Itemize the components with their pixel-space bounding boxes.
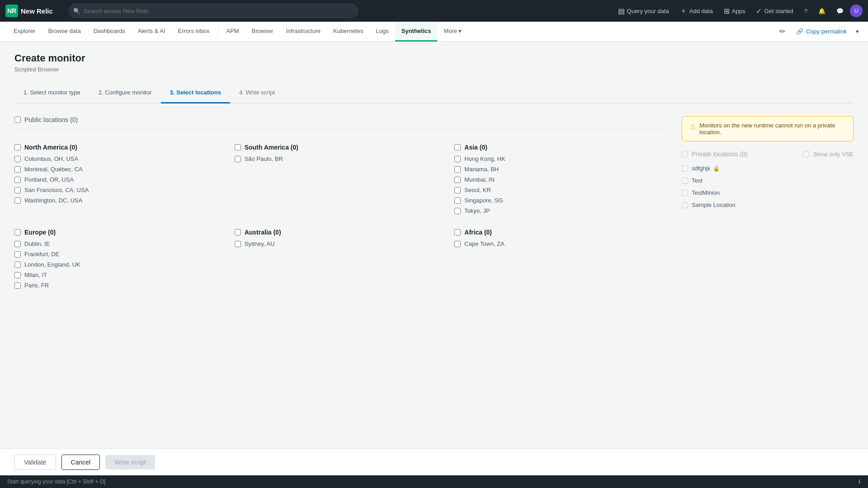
private-notice: ⚠ Monitors on the new runtime cannot run… — [682, 116, 854, 141]
checkbox-portland[interactable] — [14, 177, 21, 183]
asia-checkbox[interactable] — [454, 144, 461, 150]
sidebar-item-synthetics[interactable]: Synthetics — [395, 22, 438, 42]
show-vse-checkbox — [803, 151, 809, 157]
notifications-button[interactable]: 🔔 — [814, 5, 830, 17]
location-portland[interactable]: Portland, OR, USA — [24, 176, 74, 183]
private-location-test: Test — [692, 177, 703, 184]
page-subtitle: Scripted Browser — [14, 66, 854, 73]
add-data-button[interactable]: ＋ Add data — [675, 4, 717, 19]
sidebar-item-browse-data[interactable]: Browse data — [42, 22, 87, 42]
feedback-button[interactable]: 💬 — [832, 5, 848, 17]
checkbox-cape-town[interactable] — [454, 241, 461, 247]
step-1[interactable]: 1. Select monitor type — [14, 84, 90, 103]
sidebar-item-apm[interactable]: APM — [220, 22, 245, 42]
location-paris[interactable]: Paris, FR — [24, 282, 49, 289]
apps-button[interactable]: ⊞ Apps — [719, 4, 750, 18]
australia-checkbox[interactable] — [235, 229, 241, 235]
checkbox-milan[interactable] — [14, 272, 21, 278]
sidebar-item-dashboards[interactable]: Dashboards — [87, 22, 132, 42]
location-frankfurt[interactable]: Frankfurt, DE — [24, 251, 59, 258]
query-data-button[interactable]: ▤ Query your data — [613, 4, 674, 18]
sidebar-item-browser[interactable]: Browser — [245, 22, 280, 42]
list-item: Mumbai, IN — [454, 176, 667, 183]
checkbox-hong-kong[interactable] — [454, 156, 461, 162]
add-data-label: Add data — [689, 8, 713, 14]
checkbox-san-francisco[interactable] — [14, 187, 21, 193]
list-item: Columbus, OH, USA — [14, 155, 227, 162]
checkbox-dublin[interactable] — [14, 241, 21, 247]
checkbox-singapore[interactable] — [454, 197, 461, 204]
logo[interactable]: NR New Relic — [5, 5, 60, 17]
edit-button[interactable]: ✏ — [776, 25, 789, 38]
list-item: London, England, UK — [14, 261, 227, 268]
secondary-navigation: Explorer Browse data Dashboards Alerts &… — [0, 22, 868, 42]
sidebar-item-kubernetes[interactable]: Kubernetes — [327, 22, 370, 42]
avatar[interactable]: U — [850, 5, 863, 17]
main-layout: Public locations (0) North America (0) — [14, 116, 854, 292]
checkbox-paris[interactable] — [14, 282, 21, 289]
top-navigation-bar: NR New Relic 🔍 ▤ Query your data ＋ Add d… — [0, 0, 868, 22]
public-locations-label[interactable]: Public locations (0) — [14, 116, 78, 123]
sidebar-item-explorer[interactable]: Explorer — [7, 22, 42, 42]
step-4-label: 4. Write script — [239, 89, 275, 96]
checkbox-frankfurt[interactable] — [14, 251, 21, 258]
location-cape-town[interactable]: Cape Town, ZA — [464, 240, 505, 247]
checkbox-columbus[interactable] — [14, 156, 21, 162]
sidebar-item-infrastructure[interactable]: Infrastructure — [279, 22, 327, 42]
search-input[interactable] — [69, 4, 358, 18]
private-panel: ⚠ Monitors on the new runtime cannot run… — [682, 116, 854, 292]
location-montreal[interactable]: Montreal, Québec, CA — [24, 166, 83, 173]
location-milan[interactable]: Milan, IT — [24, 272, 47, 278]
public-locations-checkbox[interactable] — [14, 117, 21, 123]
sidebar-item-more[interactable]: More ▾ — [437, 22, 468, 42]
query-icon: ▤ — [618, 7, 625, 15]
location-san-francisco[interactable]: San Francisco, CA, USA — [24, 187, 89, 193]
location-manama[interactable]: Manama, BH — [464, 166, 499, 173]
location-sao-paulo[interactable]: São Paulo, BR — [245, 155, 283, 162]
step-4[interactable]: 4. Write script — [230, 84, 284, 103]
location-washington[interactable]: Washington, DC, USA — [24, 197, 82, 204]
location-hong-kong[interactable]: Hong Kong, HK — [464, 155, 505, 162]
region-australia-header: Australia (0) — [235, 229, 448, 236]
location-sydney[interactable]: Sydney, AU — [245, 240, 275, 247]
checkbox-sydney[interactable] — [235, 241, 241, 247]
south-america-checkbox[interactable] — [235, 144, 241, 150]
region-europe-header: Europe (0) — [14, 229, 227, 236]
private-location-testminion: TestMinion — [692, 189, 720, 196]
checkbox-tokyo[interactable] — [454, 208, 461, 214]
checkbox-london[interactable] — [14, 262, 21, 268]
region-north-america: North America (0) Columbus, OH, USA Mont… — [14, 136, 227, 218]
expand-button[interactable]: ▾ — [854, 26, 861, 37]
step-2[interactable]: 2. Configure monitor — [90, 84, 161, 103]
location-seoul[interactable]: Seoul, KR — [464, 187, 491, 193]
location-columbus[interactable]: Columbus, OH, USA — [24, 155, 78, 162]
location-singapore[interactable]: Singapore, SG — [464, 197, 503, 204]
checkbox-mumbai[interactable] — [454, 177, 461, 183]
africa-checkbox[interactable] — [454, 229, 461, 235]
copy-permalink-button[interactable]: 🔗 Copy permalink — [793, 26, 850, 37]
checkbox-sao-paulo[interactable] — [235, 156, 241, 162]
sidebar-item-logs[interactable]: Logs — [370, 22, 395, 42]
checkbox-seoul[interactable] — [454, 187, 461, 193]
north-america-checkbox[interactable] — [14, 144, 21, 150]
location-tokyo[interactable]: Tokyo, JP — [464, 207, 490, 214]
region-south-america: South America (0) São Paulo, BR — [235, 136, 448, 218]
location-london[interactable]: London, England, UK — [24, 261, 80, 268]
sec-nav-right: ✏ 🔗 Copy permalink ▾ — [776, 25, 861, 38]
step-3[interactable]: 3. Select locations — [161, 84, 230, 103]
checkbox-montreal[interactable] — [14, 166, 21, 173]
location-dublin[interactable]: Dublin, IE — [24, 240, 50, 247]
more-label: More — [443, 28, 457, 34]
location-mumbai[interactable]: Mumbai, IN — [464, 176, 494, 183]
europe-checkbox[interactable] — [14, 229, 21, 235]
region-asia: Asia (0) Hong Kong, HK Manama, BH Mumbai… — [454, 136, 667, 218]
checkbox-washington[interactable] — [14, 197, 21, 204]
sidebar-item-errors-inbox[interactable]: Errors inbox — [172, 22, 216, 42]
get-started-button[interactable]: ✓ Get started — [751, 4, 797, 18]
sidebar-item-alerts-ai[interactable]: Alerts & AI — [132, 22, 172, 42]
list-item: Portland, OR, USA — [14, 176, 227, 183]
errors-inbox-label: Errors inbox — [178, 28, 210, 34]
help-button[interactable]: ? — [800, 5, 812, 17]
region-australia: Australia (0) Sydney, AU — [235, 221, 448, 292]
checkbox-manama[interactable] — [454, 166, 461, 173]
